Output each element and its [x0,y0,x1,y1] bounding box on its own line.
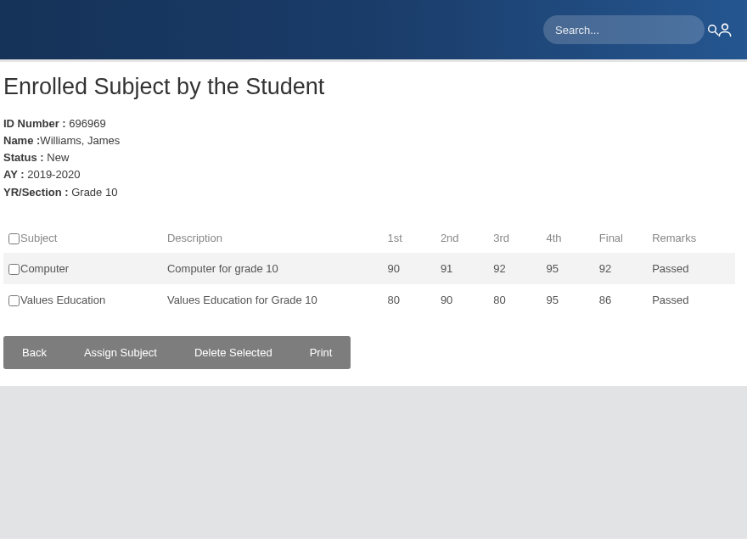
cell-subject: Values Education [20,294,105,306]
info-status-label: Status : [3,151,47,164]
info-ay-label: AY : [3,168,27,181]
svg-point-2 [722,24,728,30]
col-1st-header: 1st [383,223,435,253]
top-header [0,0,747,59]
col-2nd-header: 2nd [435,223,488,253]
cell-remarks: Passed [647,253,735,284]
student-info: ID Number : 696969 Name :Williams, James… [3,115,735,201]
row-checkbox[interactable] [8,264,20,275]
cell-final: 86 [594,284,647,316]
cell-4th: 95 [542,284,594,316]
cell-4th: 95 [542,253,594,284]
col-description-header: Description [162,223,383,253]
col-3rd-header: 3rd [488,223,541,253]
footer-area [0,386,747,539]
cell-remarks: Passed [647,284,735,316]
col-4th-header: 4th [542,223,594,253]
cell-2nd: 91 [435,253,488,284]
info-id: ID Number : 696969 [3,115,735,132]
info-yr-label: YR/Section : [3,186,71,199]
cell-description: Computer for grade 10 [162,253,383,284]
cell-description: Values Education for Grade 10 [162,284,383,316]
info-ay-value: 2019-2020 [27,168,80,181]
search-box[interactable] [543,15,705,44]
delete-selected-button[interactable]: Delete Selected [176,336,291,369]
cell-2nd: 90 [435,284,488,316]
table-row: Values Education Values Education for Gr… [3,284,735,316]
print-button[interactable]: Print [291,336,351,369]
select-all-checkbox[interactable] [8,233,20,244]
row-checkbox[interactable] [8,295,20,306]
info-ay: AY : 2019-2020 [3,166,735,183]
cell-1st: 90 [383,253,435,284]
info-yr-value: Grade 10 [71,186,117,199]
info-id-label: ID Number : [3,117,69,130]
table-row: Computer Computer for grade 10 90 91 92 … [3,253,735,284]
cell-3rd: 80 [488,284,541,316]
info-name: Name :Williams, James [3,132,735,149]
search-input[interactable] [555,24,698,36]
cell-1st: 80 [383,284,435,316]
col-subject-header: Subject [20,232,57,244]
info-yr-section: YR/Section : Grade 10 [3,184,735,201]
info-status-value: New [47,151,69,164]
info-id-value: 696969 [69,117,105,130]
user-icon[interactable] [716,21,733,38]
col-remarks-header: Remarks [647,223,735,253]
info-name-label: Name : [3,134,40,147]
action-bar: Back Assign Subject Delete Selected Prin… [3,336,351,369]
page-title: Enrolled Subject by the Student [3,74,735,100]
grades-table: Subject Description 1st 2nd 3rd 4th Fina… [3,223,735,316]
cell-final: 92 [594,253,647,284]
col-final-header: Final [594,223,647,253]
assign-subject-button[interactable]: Assign Subject [65,336,176,369]
cell-subject: Computer [20,262,69,275]
svg-point-0 [709,25,716,33]
info-status: Status : New [3,149,735,166]
back-button[interactable]: Back [3,336,65,369]
info-name-value: Williams, James [40,134,120,147]
cell-3rd: 92 [488,253,541,284]
